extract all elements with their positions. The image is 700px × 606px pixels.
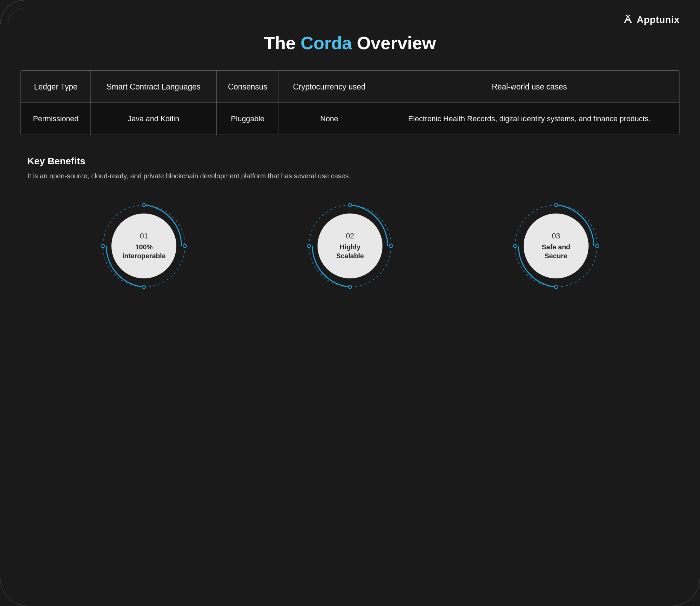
title-suffix: Overview [352,33,436,53]
svg-point-16 [513,244,517,248]
benefits-description: It is an open-source, cloud-ready, and p… [27,171,673,181]
table-header-row: Ledger Type Smart Contract Languages Con… [21,71,679,103]
svg-point-14 [595,244,599,248]
svg-point-5 [142,285,146,289]
title-highlight: Corda [300,33,352,53]
cell-consensus: Pluggable [216,103,279,135]
benefit-item-2: 02 HighlyScalable [306,202,394,290]
svg-point-9 [389,244,393,248]
circle-label-2: HighlyScalable [333,243,367,260]
col-header-consensus: Consensus [216,71,279,103]
svg-point-11 [307,244,311,248]
circle-number-3: 03 [552,232,560,240]
col-header-real-world: Real-world use cases [380,71,679,103]
overview-table: Ledger Type Smart Contract Languages Con… [21,71,679,135]
benefits-circles: 01 100%interoperable 02 HighlyScalable [27,202,673,290]
inner-circle-2: 02 HighlyScalable [318,214,382,278]
title-prefix: The [264,33,301,53]
svg-point-15 [554,285,558,289]
header: Apptunix [21,14,679,26]
cell-cryptocurrency: None [279,103,380,135]
svg-point-1 [629,15,630,16]
benefit-item-1: 01 100%interoperable [99,202,188,290]
benefits-section: Key Benefits It is an open-source, cloud… [21,156,679,290]
svg-point-8 [348,203,352,207]
svg-point-4 [183,244,187,248]
svg-point-0 [625,15,627,16]
svg-point-6 [101,244,105,248]
page-title: The Corda Overview [21,33,679,53]
col-header-smart-contract: Smart Contract Languages [91,71,217,103]
cell-real-world: Electronic Health Records, digital ident… [380,103,679,135]
overview-table-container: Ledger Type Smart Contract Languages Con… [21,70,679,135]
col-header-ledger-type: Ledger Type [21,71,91,103]
circle-label-1: 100%interoperable [119,243,169,260]
circle-number-1: 01 [140,232,148,240]
benefits-title: Key Benefits [27,156,673,167]
logo-text: Apptunix [637,14,679,25]
corner-decoration-bottom-left [0,551,55,606]
svg-point-10 [348,285,352,289]
benefit-item-3: 03 Safe andSecure [512,202,601,290]
svg-point-3 [142,203,146,207]
inner-circle-1: 01 100%interoperable [111,214,176,278]
cell-ledger-type: Permissioned [21,103,91,135]
col-header-cryptocurrency: Cryptocurrency used [279,71,380,103]
cell-smart-contract: Java and Kotlin [91,103,217,135]
circle-number-2: 02 [346,232,354,240]
inner-circle-3: 03 Safe andSecure [524,214,589,278]
table-row: Permissioned Java and Kotlin Pluggable N… [21,103,679,135]
page-title-section: The Corda Overview [21,33,679,53]
apptunix-logo-icon [622,14,634,26]
svg-point-13 [554,203,558,207]
logo: Apptunix [622,14,679,26]
circle-label-3: Safe andSecure [538,243,574,260]
corner-decoration-bottom-right [645,551,700,606]
